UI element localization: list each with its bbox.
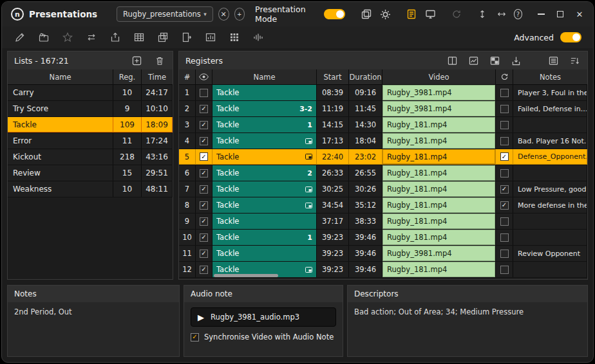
list-row[interactable]: Kickout21843:16 [8,149,173,165]
register-sync-cell: ✓ [496,197,513,213]
register-sync-cell [496,133,513,149]
close-icon[interactable]: ✕ [575,10,584,19]
lists-col-reg[interactable]: Reg. [113,69,142,84]
register-row[interactable]: 9✓Tackle37:1738:33Rugby_181.mp4 [179,214,587,230]
help-icon[interactable]: ? [514,9,522,19]
register-row[interactable]: 3✓Tackle114:1514:30Rugby_181.mp4 [179,117,587,133]
visible-checkbox[interactable]: ✓ [200,169,208,177]
monitor-icon[interactable] [424,7,438,21]
sync-rotate-icon[interactable] [449,7,464,21]
registers-col-start[interactable]: Start [317,69,349,84]
visible-checkbox[interactable]: ✓ [200,137,208,145]
visible-checkbox[interactable]: ✓ [200,121,208,129]
sync-checkbox[interactable]: ✓ [500,201,509,210]
register-row[interactable]: 2✓Tackle3-211:1911:45Rugby_3981.mp4Faile… [179,101,587,117]
visible-checkbox[interactable]: ✓ [200,185,208,194]
play-icon[interactable]: ▶ [198,313,204,322]
register-sync-cell [496,262,513,277]
star-icon[interactable] [61,31,74,44]
pencil-icon[interactable] [14,31,26,44]
list-row[interactable]: Tackle10918:09 [8,117,173,133]
sync-checkbox[interactable] [500,121,509,129]
register-num: 3 [179,117,196,132]
swap-arrows-icon[interactable] [85,31,98,44]
list-icon[interactable] [547,55,560,66]
registers-col-notes[interactable]: Notes [513,69,587,84]
add-presentation-button[interactable]: + [234,8,245,21]
register-row[interactable]: 4✓Tackle17:1318:04Rugby_181.mp4Bad. Play… [179,133,587,149]
sync-checkbox[interactable] [500,233,509,242]
list-row[interactable]: Weakness1048:11 [8,181,173,197]
table-icon[interactable] [133,31,146,44]
descriptors-content[interactable]: Bad action; Out of Area; 34; Medium Pres… [348,302,587,356]
resize-horizontal-icon[interactable] [495,7,509,21]
resize-vertical-icon[interactable] [475,7,489,21]
registers-col-name[interactable]: Name [212,69,317,84]
layout-doc-icon[interactable] [404,7,419,21]
visible-checkbox[interactable]: ✓ [200,250,208,258]
visible-checkbox[interactable]: ✓ [200,152,208,161]
lists-col-name[interactable]: Name [8,69,113,84]
notes-content[interactable]: 2nd Period, Out [8,302,179,356]
columns-icon[interactable] [446,55,458,66]
sync-checkbox[interactable]: ✓ [500,152,509,161]
sync-checkbox[interactable] [500,217,509,226]
advanced-toggle[interactable] [560,32,581,42]
visible-checkbox[interactable]: ✓ [200,201,208,210]
sync-checkbox[interactable] [500,266,509,274]
registers-col-duration[interactable]: Duration [349,69,382,84]
register-row[interactable]: 11✓Tackle39:2339:46Rugby_3981.mp4Review … [179,246,587,262]
sort-list-icon[interactable] [568,55,581,66]
list-row[interactable]: Review1529:51 [8,165,173,181]
checkerboard-icon[interactable] [488,55,501,66]
clapperboard-icon[interactable] [37,31,50,44]
register-row[interactable]: 6✓Tackle226:3326:55Rugby_181.mp4 [179,165,587,181]
presentation-mode-toggle[interactable] [324,9,345,19]
trash-icon[interactable] [153,55,166,66]
register-row[interactable]: 1Tackle08:3909:16Rugby_3981.mp4Player 3,… [179,85,587,101]
grid-dots-icon[interactable] [228,31,241,44]
presentation-select[interactable]: Rugby_presentations ▾ [117,6,213,22]
sync-checkbox[interactable] [500,105,509,113]
minimize-icon[interactable] [536,10,545,19]
export-icon[interactable] [509,55,522,66]
trend-chart-icon[interactable] [467,55,480,66]
registers-col-video[interactable]: Video [382,69,496,84]
sync-rotate-column-icon[interactable] [496,69,513,84]
add-list-icon[interactable] [130,55,143,66]
sync-checkbox[interactable]: ✓ [500,185,509,194]
horizontal-scrollbar[interactable] [214,274,278,277]
register-row[interactable]: 10✓Tackle139:2339:46Rugby_181.mp4 [179,230,587,246]
visibility-eye-icon[interactable] [196,69,212,84]
visible-checkbox[interactable]: ✓ [200,266,208,274]
settings-gear-icon[interactable] [379,7,393,21]
copy-table-icon[interactable] [156,31,169,44]
visible-checkbox[interactable]: ✓ [200,105,208,113]
visible-checkbox[interactable] [200,89,208,97]
register-start: 08:39 [317,85,349,100]
sync-checkbox[interactable] [500,169,509,177]
register-duration: 38:33 [349,214,382,229]
sync-checkbox[interactable] [500,137,509,145]
registers-col-num[interactable]: # [179,69,196,84]
sync-checkbox[interactable] [500,89,509,97]
share-doc-icon[interactable] [180,31,193,44]
register-video: Rugby_181.mp4 [382,230,496,245]
register-row[interactable]: 8✓Tackle34:5435:12Rugby_181.mp4✓More def… [179,197,587,214]
export-box-icon[interactable] [109,31,122,44]
close-presentation-button[interactable]: ✕ [218,8,229,21]
duplicate-icon[interactable] [359,7,373,21]
list-row[interactable]: Try Score910:10 [8,101,173,117]
sync-checkbox[interactable] [500,250,509,258]
visible-checkbox[interactable]: ✓ [200,233,208,242]
sync-audio-checkbox[interactable]: ✓ [191,333,199,341]
list-row[interactable]: Carry1024:17 [8,85,173,101]
visible-checkbox[interactable]: ✓ [200,217,208,226]
maximize-icon[interactable] [556,10,565,19]
register-row[interactable]: 7✓Tackle30:2530:26Rugby_181.mp4✓Low Pres… [179,181,587,197]
register-row[interactable]: 5✓Tackle22:4023:02Rugby_181.mp4✓Defense_… [179,149,587,165]
lists-col-time[interactable]: Time [142,69,173,84]
chart-icon[interactable] [204,31,217,44]
list-row[interactable]: Error1117:24 [8,133,173,149]
waveform-icon[interactable] [252,31,265,44]
